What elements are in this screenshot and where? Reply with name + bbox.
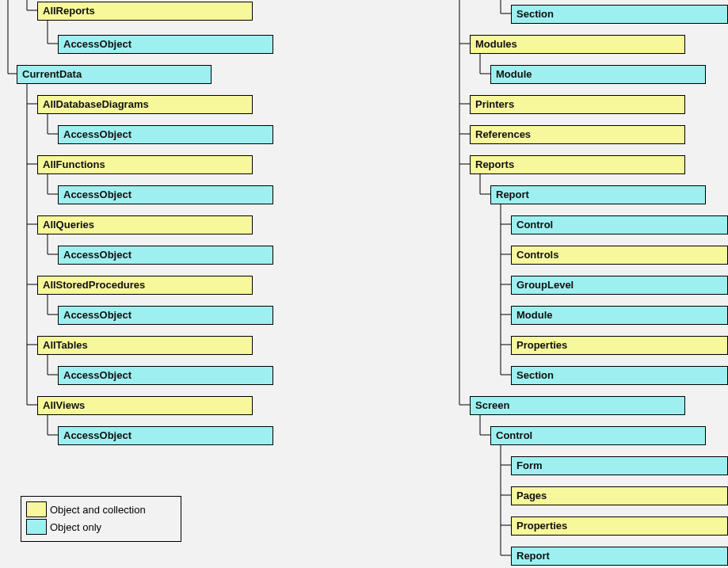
legend: Object and collection Object only bbox=[21, 496, 181, 542]
node-all-tables: AllTables bbox=[37, 336, 253, 355]
node-reports-report: Report bbox=[490, 185, 706, 204]
node-reports-properties: Properties bbox=[511, 336, 728, 355]
node-all-queries: AllQueries bbox=[37, 215, 253, 234]
node-all-reports: AllReports bbox=[37, 2, 253, 21]
node-all-stored-procedures: AllStoredProcedures bbox=[37, 276, 253, 295]
node-section-top: Section bbox=[511, 5, 728, 24]
node-all-reports-accessobject: AccessObject bbox=[58, 35, 273, 54]
node-current-data: CurrentData bbox=[17, 65, 212, 84]
node-reports-control: Control bbox=[511, 215, 728, 234]
node-all-views: AllViews bbox=[37, 396, 253, 415]
node-screen: Screen bbox=[470, 396, 685, 415]
node-screen-pages: Pages bbox=[511, 486, 728, 505]
node-reports-module: Module bbox=[511, 306, 728, 325]
node-screen-properties: Properties bbox=[511, 517, 728, 536]
legend-label-object: Object only bbox=[50, 521, 101, 533]
node-all-tables-child: AccessObject bbox=[58, 366, 273, 385]
node-all-views-child: AccessObject bbox=[58, 426, 273, 445]
node-reports-section: Section bbox=[511, 366, 728, 385]
node-screen-form: Form bbox=[511, 456, 728, 475]
node-all-functions: AllFunctions bbox=[37, 155, 253, 174]
node-modules: Modules bbox=[470, 35, 685, 54]
node-modules-module: Module bbox=[490, 65, 706, 84]
node-all-queries-child: AccessObject bbox=[58, 246, 273, 265]
legend-swatch-collection bbox=[26, 501, 47, 517]
node-screen-report: Report bbox=[511, 547, 728, 566]
legend-swatch-object bbox=[26, 519, 47, 535]
node-reports: Reports bbox=[470, 155, 685, 174]
node-all-database-diagrams-child: AccessObject bbox=[58, 125, 273, 144]
node-screen-control: Control bbox=[490, 426, 706, 445]
node-all-functions-child: AccessObject bbox=[58, 185, 273, 204]
legend-label-collection: Object and collection bbox=[50, 504, 146, 516]
node-printers: Printers bbox=[470, 95, 685, 114]
node-reports-grouplevel: GroupLevel bbox=[511, 276, 728, 295]
node-all-stored-procedures-child: AccessObject bbox=[58, 306, 273, 325]
node-all-database-diagrams: AllDatabaseDiagrams bbox=[37, 95, 253, 114]
node-reports-controls: Controls bbox=[511, 246, 728, 265]
node-references: References bbox=[470, 125, 685, 144]
